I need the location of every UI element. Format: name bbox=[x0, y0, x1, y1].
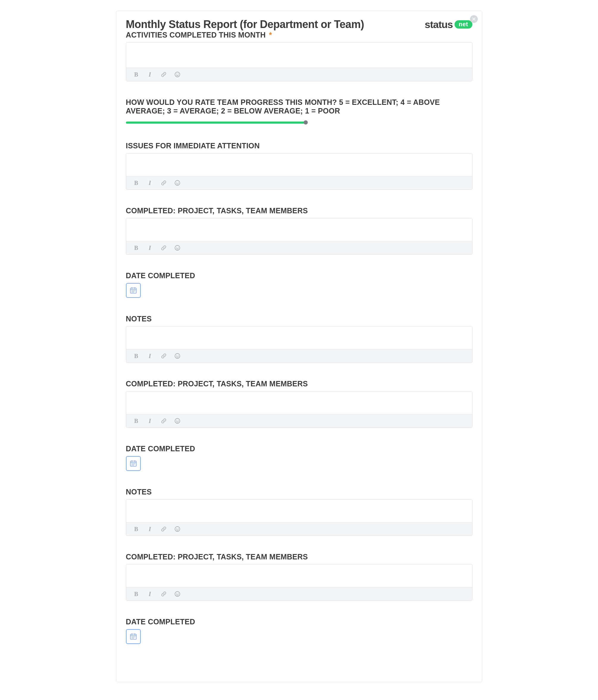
link-icon bbox=[160, 180, 167, 186]
link-button[interactable] bbox=[160, 352, 167, 359]
bold-button[interactable]: B bbox=[133, 71, 140, 78]
label-text: ACTIVITIES COMPLETED THIS MONTH bbox=[126, 31, 266, 39]
editor-toolbar: B I bbox=[126, 522, 472, 535]
svg-point-29 bbox=[178, 528, 178, 529]
form-title: Monthly Status Report (for Department or… bbox=[126, 18, 364, 31]
emoji-button[interactable] bbox=[174, 244, 181, 251]
field-label: ISSUES FOR IMMEDIATE ATTENTION bbox=[126, 142, 472, 150]
calendar-icon bbox=[129, 632, 137, 641]
issues-input[interactable] bbox=[126, 153, 472, 176]
link-icon bbox=[160, 418, 167, 424]
italic-button[interactable]: I bbox=[147, 71, 154, 78]
editor-toolbar: B I bbox=[126, 349, 472, 362]
link-button[interactable] bbox=[160, 525, 167, 532]
italic-button[interactable]: I bbox=[147, 352, 154, 359]
italic-button[interactable]: I bbox=[147, 179, 154, 186]
svg-point-18 bbox=[175, 419, 180, 424]
svg-point-5 bbox=[178, 182, 178, 182]
link-button[interactable] bbox=[160, 417, 167, 424]
notes1-input[interactable] bbox=[126, 326, 472, 349]
brand-pill: net bbox=[454, 20, 472, 29]
svg-rect-34 bbox=[132, 636, 133, 638]
svg-rect-10 bbox=[132, 291, 133, 291]
brand-logo: status net bbox=[425, 19, 472, 30]
smile-icon bbox=[174, 245, 181, 251]
emoji-button[interactable] bbox=[174, 591, 181, 598]
link-button[interactable] bbox=[160, 244, 167, 251]
editor-toolbar: B I bbox=[126, 68, 472, 81]
field-label: COMPLETED: PROJECT, TASKS, TEAM MEMBERS bbox=[126, 553, 472, 561]
link-button[interactable] bbox=[160, 591, 167, 598]
rich-editor: B I bbox=[126, 564, 472, 601]
svg-point-32 bbox=[178, 593, 178, 594]
svg-rect-14 bbox=[133, 292, 134, 293]
svg-point-15 bbox=[175, 354, 180, 359]
bold-button[interactable]: B bbox=[133, 244, 140, 251]
svg-point-1 bbox=[176, 74, 177, 74]
smile-icon bbox=[174, 71, 181, 78]
completed3-input[interactable] bbox=[126, 565, 472, 587]
smile-icon bbox=[174, 180, 181, 186]
field-label: DATE COMPLETED bbox=[126, 444, 472, 453]
italic-button[interactable]: I bbox=[147, 244, 154, 251]
svg-rect-13 bbox=[132, 292, 133, 293]
completed2-input[interactable] bbox=[126, 392, 472, 414]
field-date-1: DATE COMPLETED bbox=[126, 271, 472, 298]
rating-slider[interactable] bbox=[126, 120, 472, 125]
emoji-button[interactable] bbox=[174, 525, 181, 532]
close-icon bbox=[472, 17, 476, 21]
italic-button[interactable]: I bbox=[147, 591, 154, 598]
bold-button[interactable]: B bbox=[133, 179, 140, 186]
completed1-input[interactable] bbox=[126, 218, 472, 241]
rich-editor: B I bbox=[126, 153, 472, 190]
field-label: COMPLETED: PROJECT, TASKS, TEAM MEMBERS bbox=[126, 379, 472, 388]
svg-point-6 bbox=[175, 246, 180, 251]
activities-input[interactable] bbox=[126, 43, 472, 68]
field-label: DATE COMPLETED bbox=[126, 271, 472, 280]
emoji-button[interactable] bbox=[174, 71, 181, 78]
link-icon bbox=[160, 245, 167, 251]
link-icon bbox=[160, 353, 167, 359]
svg-point-28 bbox=[176, 528, 177, 529]
editor-toolbar: B I bbox=[126, 241, 472, 254]
svg-point-30 bbox=[175, 592, 180, 597]
svg-point-27 bbox=[175, 527, 180, 532]
close-button[interactable] bbox=[470, 15, 478, 23]
italic-button[interactable]: I bbox=[147, 417, 154, 424]
slider-track bbox=[126, 122, 306, 124]
brand-word: status bbox=[425, 19, 453, 30]
link-button[interactable] bbox=[160, 179, 167, 186]
date-picker-button[interactable] bbox=[126, 629, 141, 644]
svg-point-0 bbox=[175, 72, 180, 77]
field-date-2: DATE COMPLETED bbox=[126, 444, 472, 471]
svg-point-31 bbox=[176, 593, 177, 594]
emoji-button[interactable] bbox=[174, 179, 181, 186]
bold-button[interactable]: B bbox=[133, 525, 140, 532]
rich-editor: B I bbox=[126, 326, 472, 363]
emoji-button[interactable] bbox=[174, 417, 181, 424]
notes2-input[interactable] bbox=[126, 500, 472, 522]
emoji-button[interactable] bbox=[174, 352, 181, 359]
date-picker-button[interactable] bbox=[126, 283, 141, 298]
bold-button[interactable]: B bbox=[133, 352, 140, 359]
rich-editor: B I bbox=[126, 218, 472, 255]
italic-button[interactable]: I bbox=[147, 525, 154, 532]
svg-rect-35 bbox=[133, 636, 134, 638]
field-rating: HOW WOULD YOU RATE TEAM PROGRESS THIS MO… bbox=[126, 98, 472, 125]
editor-toolbar: B I bbox=[126, 176, 472, 190]
svg-point-19 bbox=[176, 420, 177, 421]
date-picker-button[interactable] bbox=[126, 456, 141, 471]
slider-handle[interactable] bbox=[304, 120, 308, 125]
required-star: * bbox=[269, 31, 272, 39]
field-label: ACTIVITIES COMPLETED THIS MONTH * bbox=[126, 31, 472, 39]
link-icon bbox=[160, 71, 167, 78]
svg-rect-25 bbox=[132, 465, 133, 466]
bold-button[interactable]: B bbox=[133, 591, 140, 598]
link-button[interactable] bbox=[160, 71, 167, 78]
smile-icon bbox=[174, 353, 181, 359]
bold-button[interactable]: B bbox=[133, 417, 140, 424]
smile-icon bbox=[174, 591, 181, 597]
svg-rect-22 bbox=[132, 464, 133, 465]
smile-icon bbox=[174, 418, 181, 424]
svg-point-2 bbox=[178, 74, 178, 74]
